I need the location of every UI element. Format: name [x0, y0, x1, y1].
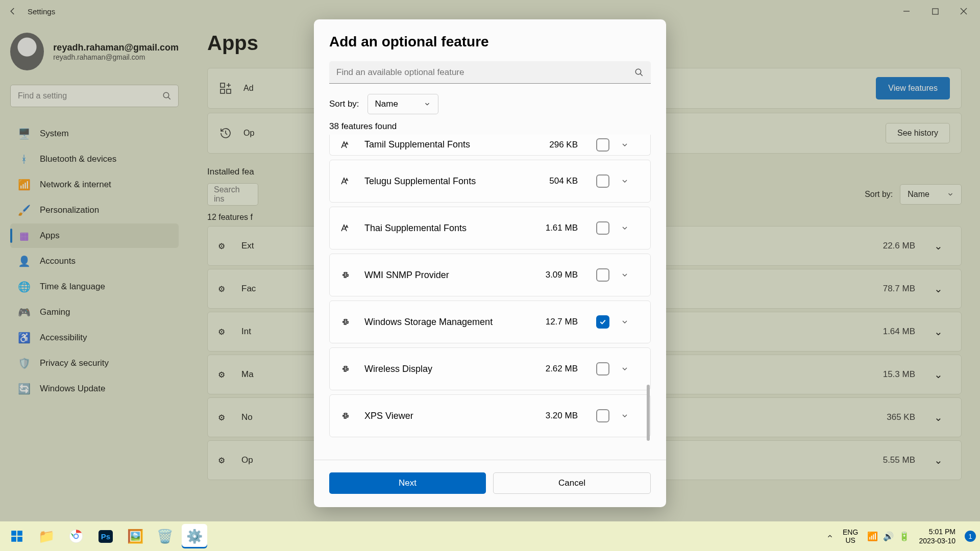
feature-checkbox[interactable]: [596, 362, 609, 375]
feature-row[interactable]: Thai Supplemental Fonts1.61 MB: [329, 207, 651, 249]
tray-clock[interactable]: 5:01 PM 2023-03-10: [919, 527, 955, 545]
feature-name: Thai Supplemental Fonts: [364, 223, 467, 234]
battery-icon: 🔋: [899, 531, 910, 542]
modal-overlay: Add an optional feature Sort by: Name 38…: [0, 0, 980, 551]
modal-sort-by-label: Sort by:: [329, 99, 359, 109]
modal-list: Tamil Supplemental Fonts296 KBTelugu Sup…: [329, 135, 651, 449]
svg-rect-7: [17, 531, 22, 536]
taskbar-snip[interactable]: 🖼️: [122, 524, 148, 548]
add-feature-modal: Add an optional feature Sort by: Name 38…: [314, 19, 666, 507]
feature-size: 1.61 MB: [546, 223, 578, 233]
feature-checkbox[interactable]: [596, 221, 609, 235]
feature-checkbox[interactable]: [596, 315, 609, 329]
wifi-icon: 📶: [867, 531, 878, 542]
taskbar-cleanup[interactable]: 🗑️: [152, 524, 178, 548]
feature-size: 296 KB: [549, 140, 578, 150]
feature-checkbox[interactable]: [596, 409, 609, 422]
chevron-down-icon[interactable]: [621, 141, 641, 149]
chevron-down-icon: [424, 101, 431, 108]
feature-name: Windows Storage Management: [364, 317, 493, 328]
feature-name: Tamil Supplemental Fonts: [364, 139, 470, 150]
feature-name: WMI SNMP Provider: [364, 270, 449, 281]
search-icon: [634, 68, 644, 77]
feature-row[interactable]: Telugu Supplemental Fonts504 KB: [329, 160, 651, 203]
taskbar-settings[interactable]: ⚙️: [182, 524, 207, 548]
feature-size: 504 KB: [549, 176, 578, 186]
modal-count: 38 features found: [329, 121, 651, 132]
font-icon: [338, 175, 353, 187]
modal-title: Add an optional feature: [329, 34, 651, 50]
svg-point-5: [635, 69, 641, 74]
puzzle-icon: [338, 269, 353, 281]
feature-checkbox[interactable]: [596, 138, 609, 152]
chevron-down-icon[interactable]: [621, 412, 641, 420]
next-button[interactable]: Next: [329, 472, 486, 494]
feature-size: 2.62 MB: [546, 364, 578, 374]
cancel-button[interactable]: Cancel: [493, 472, 651, 494]
taskbar: 📁 Ps 🖼️ 🗑️ ⚙️ ENG US 📶 🔊 🔋 5:01 PM 2023-…: [0, 521, 980, 551]
volume-icon: 🔊: [883, 531, 894, 542]
start-button[interactable]: [4, 524, 30, 548]
feature-name: XPS Viewer: [364, 411, 413, 421]
feature-name: Wireless Display: [364, 364, 432, 374]
tray-notification-badge[interactable]: 1: [965, 531, 976, 542]
feature-size: 3.20 MB: [546, 411, 578, 421]
chevron-down-icon[interactable]: [621, 271, 641, 279]
puzzle-icon: [338, 316, 353, 328]
svg-rect-6: [11, 531, 16, 536]
feature-row[interactable]: XPS Viewer3.20 MB: [329, 394, 651, 437]
chevron-down-icon[interactable]: [621, 224, 641, 232]
tray-status-icons[interactable]: 📶 🔊 🔋: [867, 531, 910, 542]
feature-row[interactable]: Tamil Supplemental Fonts296 KB: [329, 135, 651, 156]
chevron-down-icon[interactable]: [621, 365, 641, 373]
modal-search-input[interactable]: [329, 61, 651, 84]
puzzle-icon: [338, 363, 353, 375]
feature-row[interactable]: WMI SNMP Provider3.09 MB: [329, 254, 651, 296]
feature-checkbox[interactable]: [596, 174, 609, 188]
feature-name: Telugu Supplemental Fonts: [364, 176, 476, 187]
font-icon: [338, 222, 353, 234]
font-icon: [338, 139, 353, 151]
tray-language[interactable]: ENG US: [843, 528, 858, 544]
taskbar-chrome[interactable]: [63, 524, 89, 548]
modal-sort-by-select[interactable]: Name: [368, 94, 438, 114]
svg-rect-9: [17, 537, 22, 542]
feature-size: 3.09 MB: [546, 270, 578, 280]
modal-sort-by-value: Name: [375, 99, 398, 109]
feature-checkbox[interactable]: [596, 268, 609, 282]
tray-overflow[interactable]: [826, 533, 834, 540]
taskbar-photoshop[interactable]: Ps: [93, 524, 118, 548]
feature-size: 12.7 MB: [546, 317, 578, 327]
svg-rect-8: [11, 537, 16, 542]
svg-point-13: [75, 535, 78, 538]
taskbar-file-explorer[interactable]: 📁: [34, 524, 59, 548]
chevron-down-icon[interactable]: [621, 318, 641, 326]
chevron-down-icon[interactable]: [621, 177, 641, 185]
modal-search[interactable]: [329, 61, 651, 84]
scrollbar-thumb[interactable]: [647, 385, 650, 441]
puzzle-icon: [338, 410, 353, 422]
feature-row[interactable]: Wireless Display2.62 MB: [329, 347, 651, 390]
feature-row[interactable]: Windows Storage Management12.7 MB: [329, 300, 651, 343]
